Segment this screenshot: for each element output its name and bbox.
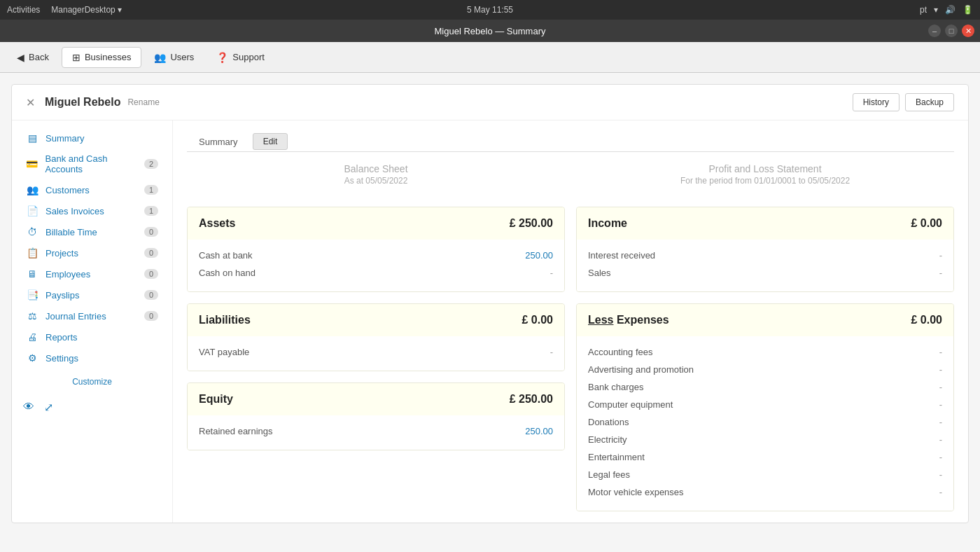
bank-icon: 💳 xyxy=(26,158,38,170)
sidebar-item-reports[interactable]: 🖨 Reports xyxy=(12,326,172,347)
businesses-button[interactable]: ⊞ Businesses xyxy=(62,47,141,68)
motor-vehicle-row: Motor vehicle expenses - xyxy=(588,483,942,501)
computer-equipment-row: Computer equipment - xyxy=(588,396,942,413)
cash-at-bank-value[interactable]: 250.00 xyxy=(525,250,553,261)
equity-title: Equity xyxy=(199,393,233,406)
sidebar-label-settings: Settings xyxy=(46,353,78,364)
close-business-icon[interactable]: ✕ xyxy=(26,96,35,109)
users-icon: 👥 xyxy=(154,52,166,63)
close-button[interactable]: ✕ xyxy=(962,25,974,37)
sidebar-label-sales-invoices: Sales Invoices xyxy=(46,206,104,216)
backup-button[interactable]: Backup xyxy=(905,93,954,111)
vat-payable-row: VAT payable - xyxy=(199,343,553,361)
tab-edit[interactable]: Edit xyxy=(253,133,288,150)
bank-badge: 2 xyxy=(144,159,158,169)
sidebar-label-employees: Employees xyxy=(46,269,90,280)
sidebar-item-employees[interactable]: 🖥 Employees 0 xyxy=(12,263,172,284)
support-button[interactable]: ❓ Support xyxy=(206,48,274,67)
electricity-value: - xyxy=(939,434,942,445)
customers-badge: 1 xyxy=(144,185,158,195)
accounting-fees-value: - xyxy=(939,347,942,357)
sidebar-label-journal-entries: Journal Entries xyxy=(46,311,106,322)
manager-desktop-label[interactable]: ManagerDesktop ▾ xyxy=(51,5,122,15)
projects-badge: 0 xyxy=(144,248,158,258)
sidebar-item-payslips[interactable]: 📑 Payslips 0 xyxy=(12,284,172,305)
financial-columns: Assets £ 250.00 Cash at bank 250.00 Cash… xyxy=(187,207,954,511)
assets-title: Assets xyxy=(199,217,235,230)
reports-icon: 🖨 xyxy=(26,331,38,343)
eye-icon[interactable]: 👁 xyxy=(23,401,34,414)
employees-icon: 🖥 xyxy=(26,268,38,280)
sidebar-item-customers[interactable]: 👥 Customers 1 xyxy=(12,179,172,200)
interest-received-label: Interest received xyxy=(588,250,655,261)
accounting-fees-row: Accounting fees - xyxy=(588,343,942,361)
donations-row: Donations - xyxy=(588,413,942,431)
sidebar-item-settings[interactable]: ⚙ Settings xyxy=(12,347,172,368)
sidebar-label-payslips: Payslips xyxy=(46,290,79,301)
support-icon: ❓ xyxy=(216,52,228,63)
income-amount: £ 0.00 xyxy=(911,217,942,230)
sidebar-item-projects[interactable]: 📋 Projects 0 xyxy=(12,242,172,263)
battery-icon: 🔋 xyxy=(962,5,973,15)
sales-invoices-icon: 📄 xyxy=(26,205,38,216)
profit-loss-subtitle: For the period from 01/01/0001 to 05/05/… xyxy=(576,176,954,186)
back-icon: ◀ xyxy=(17,52,24,63)
legal-fees-value: - xyxy=(939,469,942,480)
minimize-button[interactable]: – xyxy=(928,25,941,37)
title-bar: Miguel Rebelo — Summary – □ ✕ xyxy=(0,20,980,42)
sidebar-item-billable-time[interactable]: ⏱ Billable Time 0 xyxy=(12,221,172,242)
assets-card: Assets £ 250.00 Cash at bank 250.00 Cash… xyxy=(187,207,565,292)
window-title: Miguel Rebelo — Summary xyxy=(435,26,546,36)
advertising-row: Advertising and promotion - xyxy=(588,361,942,378)
app-nav-bar: ◀ Back ⊞ Businesses 👥 Users ❓ Support xyxy=(0,42,980,73)
liabilities-header: Liabilities £ 0.00 xyxy=(188,304,564,336)
bank-charges-label: Bank charges xyxy=(588,382,644,392)
panel-body: ▤ Summary 💳 Bank and Cash Accounts 2 👥 C… xyxy=(12,120,968,523)
motor-vehicle-label: Motor vehicle expenses xyxy=(588,487,684,497)
electricity-label: Electricity xyxy=(588,434,627,445)
legal-fees-row: Legal fees - xyxy=(588,466,942,483)
maximize-button[interactable]: □ xyxy=(945,25,958,37)
users-button[interactable]: 👥 Users xyxy=(144,48,204,67)
sidebar-label-customers: Customers xyxy=(46,185,90,195)
liabilities-amount: £ 0.00 xyxy=(522,314,553,326)
sidebar-label-billable-time: Billable Time xyxy=(46,227,97,237)
sales-label: Sales xyxy=(588,268,611,278)
history-button[interactable]: History xyxy=(853,93,899,111)
sidebar-item-sales-invoices[interactable]: 📄 Sales Invoices 1 xyxy=(12,200,172,221)
entertainment-row: Entertainment - xyxy=(588,448,942,466)
rename-link[interactable]: Rename xyxy=(127,97,159,107)
back-button[interactable]: ◀ Back xyxy=(7,48,59,67)
expand-icon[interactable]: ⤢ xyxy=(44,401,53,414)
payslips-icon: 📑 xyxy=(26,289,38,301)
billable-time-icon: ⏱ xyxy=(26,226,38,237)
sidebar-item-bank[interactable]: 💳 Bank and Cash Accounts 2 xyxy=(12,149,172,179)
computer-equipment-value: - xyxy=(939,399,942,410)
sidebar-label-summary: Summary xyxy=(46,133,85,144)
right-column: Income £ 0.00 Interest received - Sales xyxy=(576,207,954,511)
customers-icon: 👥 xyxy=(26,184,38,195)
retained-earnings-label: Retained earnings xyxy=(199,426,273,436)
equity-body: Retained earnings 250.00 xyxy=(188,415,564,450)
retained-earnings-value[interactable]: 250.00 xyxy=(525,426,553,436)
summary-icon: ▤ xyxy=(26,132,38,144)
sound-icon: 🔊 xyxy=(945,5,955,15)
donations-label: Donations xyxy=(588,417,629,427)
income-body: Interest received - Sales - xyxy=(577,240,953,291)
expenses-card: Less Expenses £ 0.00 Accounting fees - xyxy=(576,303,954,511)
tab-summary[interactable]: Summary xyxy=(187,132,250,151)
business-header: ✕ Miguel Rebelo Rename History Backup xyxy=(12,85,968,120)
customize-link[interactable]: Customize xyxy=(12,368,172,395)
sidebar-label-reports: Reports xyxy=(46,332,78,343)
assets-header: Assets £ 250.00 xyxy=(188,207,564,240)
entertainment-value: - xyxy=(939,452,942,462)
cash-on-hand-value: - xyxy=(550,268,553,278)
motor-vehicle-value: - xyxy=(939,487,942,497)
sidebar-item-journal-entries[interactable]: ⚖ Journal Entries 0 xyxy=(12,305,172,326)
liabilities-title: Liabilities xyxy=(199,314,251,326)
journal-entries-badge: 0 xyxy=(144,311,158,321)
bank-charges-row: Bank charges - xyxy=(588,378,942,396)
activities-label[interactable]: Activities xyxy=(7,5,40,15)
liabilities-body: VAT payable - xyxy=(188,336,564,371)
sidebar-item-summary[interactable]: ▤ Summary xyxy=(12,127,172,149)
